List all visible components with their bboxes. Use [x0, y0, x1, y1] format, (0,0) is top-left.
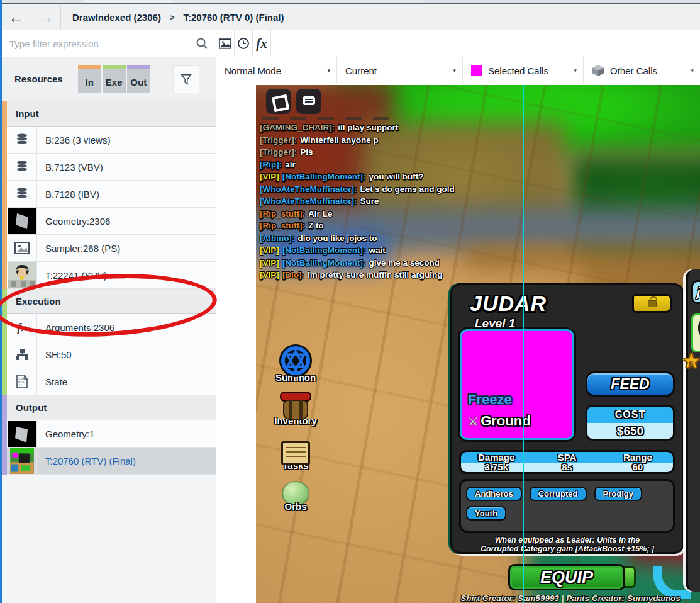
game-thumbnail	[7, 448, 37, 474]
creators-credit-text: Shirt Creator: Sam59993 | Pants Creator:…	[445, 594, 696, 603]
resource-row-state[interactable]: 11001011 State	[7, 368, 216, 395]
cost-value: $650	[587, 423, 673, 439]
chat-panel: [GAMING_CHAIR]:ill play support [Trigger…	[260, 89, 458, 281]
channel-mode-dropdown[interactable]: Normal Mode ▾	[216, 57, 337, 84]
panel-tab-button[interactable]: jo	[691, 280, 700, 304]
tag-antiheros[interactable]: Antiheros	[466, 487, 522, 501]
summon-icon	[279, 344, 312, 377]
funnel-icon	[179, 72, 193, 86]
crosshair-horizontal-line	[256, 405, 700, 405]
tasks-button[interactable]: Tasks	[267, 441, 324, 471]
background-window-strip	[2, 0, 700, 4]
resource-row-sampler268[interactable]: Sampler:268 (PS)	[7, 235, 216, 262]
resources-label: Resources	[2, 74, 78, 84]
tag-youth[interactable]: Youth	[466, 506, 506, 521]
chat-message: [VIP][NotBallingMoment]:you will buff?	[260, 171, 458, 183]
breadcrumb-separator: >	[170, 13, 175, 22]
mip-dropdown[interactable]: Current ▾	[337, 57, 463, 84]
crossed-swords-icon: ⚔	[468, 415, 478, 428]
orbs-button[interactable]: Orbs	[267, 481, 324, 512]
resource-row-arguments[interactable]: fx Arguments:2306	[7, 314, 216, 341]
roblox-menu-icon[interactable]	[266, 89, 291, 114]
lock-button[interactable]	[632, 294, 672, 313]
stat-value-damage: 3.75k	[461, 463, 531, 472]
back-arrow-icon: ←	[8, 8, 25, 27]
leader-bonus-text: When equipped as Leader: Units in the Co…	[452, 536, 682, 553]
filter-row	[2, 30, 216, 57]
breadcrumb-event[interactable]: DrawIndexed (2306)	[72, 12, 161, 23]
search-icon[interactable]	[188, 30, 216, 57]
resources-header-row: Resources In Exe Out	[2, 57, 216, 101]
section-header-output: Output	[7, 395, 216, 420]
history-tool-button[interactable]	[235, 30, 253, 57]
texture-viewer-toolbar: fx	[216, 30, 700, 57]
equip-button[interactable]: EQUIP	[508, 564, 625, 590]
inventory-icon	[279, 392, 313, 420]
feed-button[interactable]: FEED	[586, 371, 675, 397]
image-tool-button[interactable]	[216, 30, 235, 57]
section-header-input: Input	[7, 101, 216, 127]
chevron-down-icon: ▾	[691, 67, 694, 74]
tag-corrupted[interactable]: Corrupted	[530, 487, 587, 501]
chevron-down-icon: ▾	[574, 67, 577, 74]
filter-toggle-exe[interactable]: Exe	[103, 65, 127, 93]
unit-thumbnail-card[interactable]	[691, 313, 700, 352]
clock-icon	[237, 37, 250, 50]
chat-message: [Trigger]:Winterfell anyone p	[260, 134, 458, 147]
resource-row-b7123[interactable]: B:7123 (VBV)	[7, 154, 216, 181]
view-options-row: Normal Mode ▾ Current ▾ Selected Calls ▾…	[216, 57, 700, 84]
resource-row-geometry2306[interactable]: Geometry:2306	[7, 208, 216, 235]
stat-value-range: 60	[603, 463, 673, 472]
cost-label: COST	[587, 407, 673, 423]
unit-portrait-selected-highlight: Freeze ⚔Ground	[460, 329, 574, 440]
shader-tool-button[interactable]: fx	[253, 30, 271, 57]
texture-viewport[interactable]: [GAMING_CHAIR]:ill play support [Trigger…	[216, 84, 700, 603]
breadcrumb-resource[interactable]: T:20760 (RTV 0) (Final)	[183, 12, 284, 23]
chat-message: [VIP][NotBallingMoment]:give me a second	[260, 257, 458, 269]
resource-row-t20760-selected[interactable]: T:20760 (RTV) (Final)	[7, 448, 216, 475]
star-count: 6	[689, 353, 694, 375]
lock-icon	[648, 300, 657, 307]
selected-calls-color-swatch	[471, 65, 482, 76]
stat-value-spa: 8s	[531, 463, 602, 472]
resource-row-b7128[interactable]: B:7128 (IBV)	[7, 181, 216, 208]
element-label: Freeze	[468, 392, 512, 408]
buffer-icon	[7, 127, 37, 153]
chat-message: [Trigger]:Pls	[260, 146, 458, 159]
crosshair-vertical-line	[523, 85, 524, 603]
section-execution: Execution fx Arguments:2306 SH:50 110010…	[2, 289, 216, 395]
filter-input[interactable]	[2, 38, 188, 49]
renderdoc-window: ← → DrawIndexed (2306) > T:20760 (RTV 0)…	[0, 0, 700, 603]
back-button[interactable]: ←	[2, 5, 31, 30]
star-badge: ★6	[682, 350, 700, 371]
buffer-icon	[7, 181, 37, 207]
resource-row-b236[interactable]: B:236 (3 views)	[7, 127, 216, 154]
tasks-icon	[281, 441, 310, 465]
image-icon	[219, 38, 231, 49]
chat-message: [Rip]:alr	[260, 159, 458, 171]
breadcrumb-bar: ← → DrawIndexed (2306) > T:20760 (RTV 0)…	[2, 5, 700, 30]
forward-button[interactable]: →	[31, 5, 61, 30]
section-header-execution: Execution	[7, 289, 216, 314]
fx-icon: fx	[256, 36, 267, 52]
texture-thumbnail	[7, 262, 37, 288]
placement-label: ⚔Ground	[468, 413, 531, 429]
geometry-thumbnail	[7, 208, 37, 234]
section-output: Output Geometry:1 T:20760 (RTV) (Final)	[2, 395, 216, 475]
other-calls-dropdown[interactable]: Other Calls ▾	[584, 57, 700, 84]
resource-row-t22241[interactable]: T:22241 (SRV)	[7, 262, 216, 289]
tag-prodigy[interactable]: Prodigy	[594, 487, 642, 501]
resource-row-geometry1[interactable]: Geometry:1	[7, 420, 216, 448]
filter-toggle-in[interactable]: In	[78, 65, 103, 93]
game-frame-texture[interactable]: [GAMING_CHAIR]:ill play support [Trigger…	[256, 85, 700, 603]
chat-toggle-icon[interactable]	[296, 89, 321, 114]
funnel-filter-button[interactable]	[173, 65, 199, 93]
filter-toggle-out[interactable]: Out	[127, 65, 152, 93]
resource-row-sh50[interactable]: SH:50	[7, 341, 216, 368]
category-tags-panel: Antiheros Corrupted Prodigy Youth	[459, 479, 675, 533]
summon-button[interactable]: Summon	[267, 344, 324, 383]
selected-calls-dropdown[interactable]: Selected Calls ▾	[463, 57, 584, 84]
svg-text:11: 11	[18, 384, 22, 388]
unit-name: JUDAR	[470, 291, 547, 316]
inventory-button[interactable]: Inventory	[267, 392, 324, 426]
